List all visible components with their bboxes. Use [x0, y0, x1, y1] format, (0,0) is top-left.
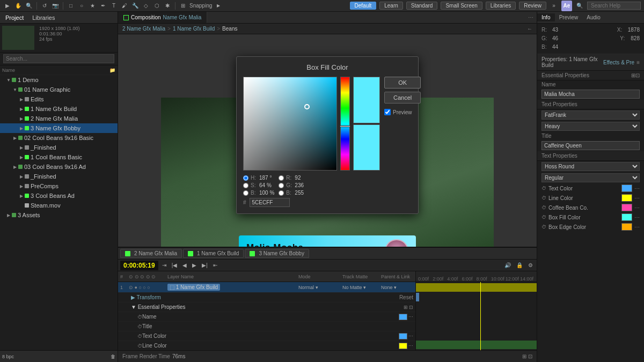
sub-lc-swatch[interactable] [399, 343, 407, 349]
playhead[interactable] [480, 282, 481, 350]
trash-icon[interactable]: 🗑 [111, 354, 115, 359]
item-comp3[interactable]: ▶ 3 Name Gfx Bobby [0, 123, 118, 133]
text-color-swatch[interactable] [621, 184, 632, 192]
tool-rotate[interactable]: ↺ [40, 2, 49, 10]
tl-tab-2[interactable]: 1 Name Gfx Build [183, 249, 244, 258]
panel-menu[interactable]: ≡ [636, 60, 640, 65]
line-color-swatch[interactable] [621, 194, 632, 202]
default-btn[interactable]: Default [350, 2, 377, 10]
name-input[interactable] [541, 90, 640, 99]
more-icon[interactable]: » [550, 2, 558, 10]
hue-slider[interactable] [340, 77, 350, 171]
weight2-select[interactable]: Regular [541, 173, 640, 182]
font2-select[interactable]: Hoss Round [541, 162, 640, 171]
tool-select[interactable]: ▶ [3, 2, 12, 10]
learn-btn[interactable]: Learn [379, 2, 403, 10]
snapping-icon[interactable]: ⊞ [179, 2, 187, 10]
tl-time-display[interactable]: 0:00:05:19 [120, 261, 158, 270]
review-btn[interactable]: Review [519, 2, 546, 10]
expand-f2[interactable]: ▶ [19, 174, 24, 179]
rp-tab-preview[interactable]: Preview [555, 13, 583, 21]
tl-btn-5[interactable]: ▶| [200, 262, 209, 268]
rp-tab-audio[interactable]: Audio [582, 13, 605, 21]
small-screen-btn[interactable]: Small Screen [441, 2, 482, 10]
ok-button[interactable]: OK [384, 77, 421, 88]
tool-text[interactable]: T [109, 2, 118, 10]
sub-lc-stopwatch[interactable]: ⏱ [137, 343, 142, 349]
line-color-pick[interactable]: ⋯ [634, 195, 640, 201]
rp-tab-info[interactable]: Info [537, 13, 555, 21]
stopwatch-be[interactable]: ⏱ [541, 224, 546, 230]
track-bar-2[interactable] [416, 341, 537, 349]
expand-cad[interactable]: ▶ [19, 194, 24, 198]
viewer-tab-composition[interactable]: Composition Name Gfx Malia [118, 12, 207, 23]
box-fill-swatch[interactable] [621, 213, 632, 221]
stopwatch-coffee[interactable]: ⏱ [541, 205, 546, 210]
sub-tc-pick[interactable]: ⋯ [408, 334, 413, 339]
stopwatch-lc[interactable]: ⏱ [541, 195, 546, 201]
expand-assets[interactable]: ▶ [6, 213, 11, 217]
tool-rect[interactable]: □ [67, 2, 75, 10]
item-precomps[interactable]: ▶ PreComps [0, 181, 118, 191]
sub-tc-swatch[interactable] [399, 333, 407, 339]
layer-1-mode[interactable]: Normal ▾ [298, 285, 341, 290]
tool-stamp[interactable]: 🔧 [131, 2, 140, 10]
expand-edits[interactable]: ▶ [19, 97, 24, 101]
tool-star[interactable]: ★ [88, 2, 97, 10]
sub-lc-pick[interactable]: ⋯ [408, 343, 413, 349]
tl-tab-3[interactable]: 3 Name Gfx Bobby [245, 249, 309, 258]
item-edits[interactable]: ▶ Edits [0, 94, 118, 104]
expand-steam[interactable] [19, 203, 24, 208]
tl-btn-3[interactable]: ◀ [181, 262, 188, 268]
sub-title-stopwatch[interactable]: ⏱ [137, 324, 142, 329]
reset-btn[interactable]: Reset [399, 294, 413, 300]
standard-btn[interactable]: Standard [406, 2, 438, 10]
new-folder-btn[interactable]: 📁 [109, 68, 115, 73]
libraries-btn[interactable]: Libraries [486, 2, 516, 10]
box-fill-pick[interactable]: ⋯ [634, 215, 640, 220]
tl-lock[interactable]: 🔒 [515, 262, 524, 268]
snap-expand[interactable]: ▶ [214, 2, 223, 10]
tool-brush[interactable]: 🖌 [120, 2, 129, 10]
expand-f1[interactable]: ▶ [19, 145, 24, 150]
expand-pre[interactable]: ▶ [19, 184, 24, 188]
effects-label[interactable]: Effects & Pre [603, 60, 634, 65]
stopwatch-tc[interactable]: ⏱ [541, 186, 546, 191]
color-gradient[interactable] [243, 77, 337, 171]
s-radio[interactable] [243, 183, 248, 188]
weight-select[interactable]: Heavy [541, 122, 640, 131]
expand-namegfx[interactable]: ▼ [13, 87, 17, 92]
sub-name-pick[interactable]: ⋯ [408, 314, 413, 320]
tool-rotobrush[interactable]: ⬡ [152, 2, 161, 10]
item-demo[interactable]: ▼ 1 Demo [0, 75, 118, 85]
expand-demo[interactable]: ▼ [6, 78, 11, 82]
item-assets[interactable]: ▶ 3 Assets [0, 210, 118, 220]
coffee-color-pick[interactable]: ⋯ [634, 205, 640, 211]
project-tab[interactable]: Project [3, 13, 26, 22]
item-finished2[interactable]: ▶ _Finished [0, 172, 118, 181]
sub-name-swatch[interactable] [399, 314, 407, 320]
box-edge-swatch[interactable] [621, 223, 632, 231]
item-comp1[interactable]: ▶ 1 Name Gfx Build [0, 104, 118, 114]
expand-c1[interactable]: ▶ [19, 107, 24, 111]
tl-tab-1[interactable]: 2 Name Gfx Malia [120, 249, 182, 258]
viewer-options[interactable]: ⋯ [528, 14, 537, 20]
expand-c2[interactable]: ▶ [19, 116, 24, 121]
coffee-color-swatch[interactable] [621, 204, 632, 211]
hex-input[interactable] [250, 198, 290, 207]
expand-c3[interactable]: ▶ [19, 126, 24, 130]
libraries-tab[interactable]: Libraries [30, 13, 57, 22]
sub-transform[interactable]: ▶ Transform Reset [118, 293, 415, 302]
h-radio[interactable] [243, 175, 248, 181]
snapping-label[interactable]: Snapping [189, 2, 212, 10]
item-coolbasic[interactable]: ▶ 1 Cool Beans Basic [0, 152, 118, 162]
title-input[interactable] [541, 141, 640, 150]
ess-icon-1[interactable]: ⊞ [404, 305, 408, 310]
tl-mute[interactable]: 🔊 [503, 262, 513, 268]
search-input[interactable] [587, 2, 641, 10]
stopwatch-bf[interactable]: ⏱ [541, 215, 546, 220]
b2-radio[interactable] [279, 190, 284, 196]
tool-eraser[interactable]: ◇ [142, 2, 150, 10]
item-coolbeans1[interactable]: ▶ 02 Cool Beans 9x16 Basic [0, 133, 118, 143]
item-coolbeans2[interactable]: ▶ 03 Cool Beans 9x16 Ad [0, 162, 118, 172]
